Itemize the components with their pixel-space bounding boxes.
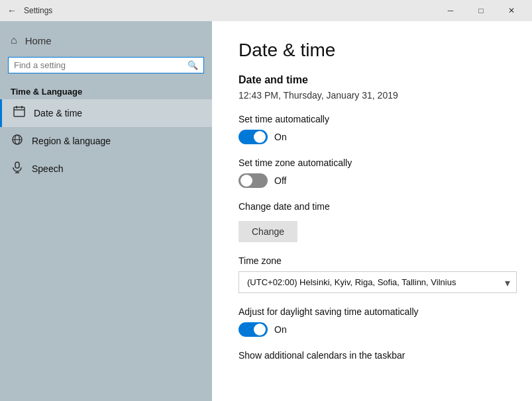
svg-rect-0 (14, 107, 25, 116)
title-bar: ← Settings ─ □ ✕ (0, 0, 532, 21)
change-datetime-label: Change date and time (239, 201, 505, 212)
set-time-auto-state: On (274, 132, 287, 142)
timezone-select[interactable]: (UTC+02:00) Helsinki, Kyiv, Riga, Sofia,… (239, 271, 517, 293)
svg-rect-3 (21, 106, 23, 109)
minimize-button[interactable]: ─ (435, 0, 466, 21)
maximize-button[interactable]: □ (466, 0, 496, 21)
back-button[interactable]: ← (5, 4, 19, 17)
daylight-row: Adjust for daylight saving time automati… (239, 306, 505, 337)
search-icon: 🔍 (187, 60, 198, 70)
window-controls: ─ □ ✕ (435, 0, 527, 21)
sidebar-item-region-label: Region & language (32, 136, 111, 146)
home-icon (11, 34, 17, 46)
region-icon (11, 134, 24, 148)
app-body: Home 🔍 Time & Language Date & time (0, 21, 532, 401)
set-timezone-auto-label: Set time zone automatically (239, 157, 505, 168)
timezone-select-wrapper: (UTC+02:00) Helsinki, Kyiv, Riga, Sofia,… (239, 271, 517, 293)
additional-calendars-label: Show additional calendars in the taskbar (239, 350, 505, 361)
sidebar-home-label: Home (25, 35, 52, 46)
page-title: Date & time (239, 40, 505, 61)
timezone-label: Time zone (239, 255, 505, 266)
svg-rect-2 (16, 106, 17, 109)
sidebar-item-home[interactable]: Home (0, 26, 212, 54)
search-input[interactable] (14, 60, 184, 70)
daylight-state: On (274, 324, 287, 335)
daylight-toggle[interactable] (239, 322, 268, 337)
date-time-icon (13, 106, 26, 120)
title-bar-title: Settings (24, 6, 435, 15)
set-time-auto-label: Set time automatically (239, 114, 505, 124)
sidebar-item-date-time-label: Date & time (34, 108, 82, 118)
change-datetime-row: Change date and time Change (239, 201, 505, 242)
set-timezone-auto-toggle[interactable] (239, 173, 268, 188)
set-timezone-auto-state: Off (274, 175, 286, 186)
current-datetime: 12:43 PM, Thursday, January 31, 2019 (239, 90, 505, 101)
set-time-auto-toggle-row: On (239, 130, 505, 144)
section-title: Date and time (239, 74, 505, 86)
set-timezone-auto-toggle-row: Off (239, 173, 505, 188)
sidebar-section-label: Time & Language (0, 81, 212, 99)
additional-calendars-row: Show additional calendars in the taskbar (239, 350, 505, 361)
search-box[interactable]: 🔍 (8, 57, 204, 73)
sidebar-item-speech[interactable]: Speech (0, 155, 212, 183)
set-time-auto-row: Set time automatically On (239, 114, 505, 144)
set-timezone-auto-row: Set time zone automatically Off (239, 157, 505, 188)
set-time-auto-toggle[interactable] (239, 130, 268, 144)
sidebar-item-region-language[interactable]: Region & language (0, 127, 212, 155)
sidebar-item-speech-label: Speech (32, 163, 63, 174)
timezone-row: Time zone (UTC+02:00) Helsinki, Kyiv, Ri… (239, 255, 505, 293)
change-button[interactable]: Change (239, 221, 297, 242)
daylight-toggle-row: On (239, 322, 505, 337)
speech-icon (11, 161, 24, 176)
toggle-thumb-tz (240, 175, 252, 187)
close-button[interactable]: ✕ (496, 0, 527, 21)
sidebar: Home 🔍 Time & Language Date & time (0, 21, 212, 401)
toggle-thumb (254, 131, 266, 143)
svg-rect-7 (15, 162, 19, 168)
daylight-label: Adjust for daylight saving time automati… (239, 306, 505, 317)
content-area: Date & time Date and time 12:43 PM, Thur… (212, 21, 532, 401)
sidebar-item-date-time[interactable]: Date & time (0, 99, 212, 127)
toggle-thumb-daylight (254, 324, 266, 335)
